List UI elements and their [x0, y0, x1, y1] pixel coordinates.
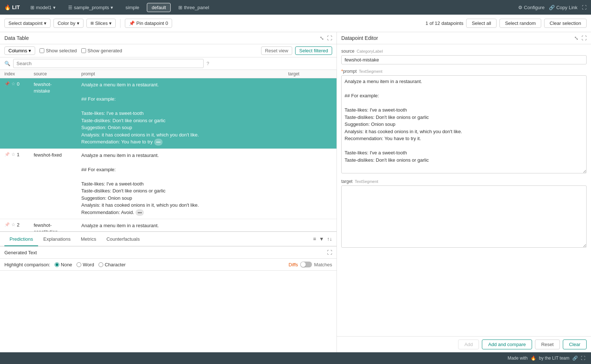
select-all-button[interactable]: Select all: [466, 19, 497, 28]
row-0-index-cell: 📌 ☆ 0: [4, 81, 34, 87]
show-selected-input[interactable]: [40, 48, 44, 53]
three-panel-icon: ⊞: [178, 5, 182, 10]
add-compare-button[interactable]: Add and compare: [482, 339, 532, 349]
data-table-header-icons: ⤡ ⛶: [320, 35, 332, 41]
expand-button[interactable]: ⛶: [582, 5, 587, 10]
show-generated-checkbox[interactable]: Show generated: [81, 48, 122, 53]
table-row[interactable]: 📌 ☆ 2 fewshot-constitution Analyze a men…: [0, 219, 337, 231]
tab-explanations-label: Explanations: [43, 236, 70, 242]
footer-flame-icon: 🔥: [531, 356, 536, 361]
tab-counterfactuals[interactable]: Counterfactuals: [101, 233, 145, 246]
editor-minimize-icon[interactable]: ⤡: [574, 35, 579, 41]
columns-label: Columns: [8, 48, 27, 53]
prompt-field-type: TextSegment: [359, 69, 382, 74]
highlight-word-radio[interactable]: [77, 262, 81, 267]
tab-filter-icon[interactable]: ▼: [319, 236, 324, 242]
row-0-prompt: Analyze a menu item in a restaurant.## F…: [81, 81, 288, 146]
prompt-field-textarea[interactable]: Analyze a menu item in a restaurant. ## …: [341, 75, 587, 173]
star-icon-2[interactable]: ☆: [11, 222, 15, 227]
highlight-word-label: Word: [83, 262, 94, 267]
star-icon-0[interactable]: ☆: [11, 81, 15, 86]
diffs-toggle-switch[interactable]: [300, 262, 312, 267]
maximize-icon[interactable]: ⛶: [327, 35, 332, 41]
slices-icon: ⊞: [90, 21, 94, 26]
toolbar-right: 1 of 12 datapoints Select all Select ran…: [425, 19, 587, 28]
select-filtered-button[interactable]: Select filtered: [295, 46, 332, 55]
search-input[interactable]: [13, 59, 204, 68]
highlight-none-label: None: [61, 262, 72, 267]
tab-metrics[interactable]: Metrics: [76, 233, 101, 246]
table-header: index source prompt target: [0, 70, 337, 78]
nav-tab-simple[interactable]: simple: [121, 3, 144, 12]
model-icon: ⊞: [30, 5, 34, 10]
nav-tab-default[interactable]: default: [147, 3, 171, 12]
more-indicator-0[interactable]: •••: [154, 139, 163, 146]
columns-button[interactable]: Columns ▾: [4, 46, 35, 55]
pin-icon-0[interactable]: 📌: [4, 81, 10, 86]
color-by-button[interactable]: Color by ▾: [53, 19, 83, 28]
tab-predictions[interactable]: Predictions: [4, 233, 38, 246]
table-body: 📌 ☆ 0 fewshot-mistake Analyze a menu ite…: [0, 78, 337, 231]
toolbar: Select datapoint ▾ Color by ▾ ⊞ Slices ▾…: [0, 15, 591, 32]
add-button[interactable]: Add: [458, 339, 479, 349]
highlight-none[interactable]: None: [55, 262, 72, 267]
reset-view-button[interactable]: Reset view: [261, 46, 293, 55]
editor-maximize-icon[interactable]: ⛶: [581, 35, 587, 41]
tab-sort-icon[interactable]: ↑↓: [327, 236, 332, 242]
slices-button[interactable]: ⊞ Slices ▾: [86, 19, 116, 28]
source-field-input[interactable]: [341, 55, 587, 64]
col-header-target: target: [288, 71, 332, 76]
highlight-word[interactable]: Word: [77, 262, 94, 267]
target-field-textarea[interactable]: [341, 185, 587, 248]
toggle-knob: [301, 262, 306, 267]
col-header-prompt: prompt: [81, 71, 288, 76]
highlight-none-radio[interactable]: [55, 262, 59, 267]
minimize-icon[interactable]: ⤡: [320, 35, 324, 41]
highlight-character[interactable]: Character: [98, 262, 126, 267]
prompt-field-label-row: *prompt TextSegment: [341, 69, 587, 74]
search-help-icon[interactable]: ?: [207, 61, 209, 66]
star-icon-1[interactable]: ☆: [11, 152, 15, 157]
select-random-button[interactable]: Select random: [499, 19, 541, 28]
reset-button[interactable]: Reset: [535, 339, 560, 349]
show-selected-checkbox[interactable]: Show selected: [40, 48, 77, 53]
nav-tab-model[interactable]: ⊞ model1 ▾: [26, 3, 60, 12]
gear-icon: ⚙: [518, 5, 523, 10]
source-field-name: source: [341, 49, 354, 54]
chevron-down-icon-3: ▾: [44, 20, 47, 26]
pin-datapoint-button[interactable]: 📌 Pin datapoint 0: [125, 19, 172, 28]
target-field-type: TextSegment: [355, 179, 378, 184]
copy-link-button[interactable]: 🔗 Copy Link: [549, 5, 577, 10]
tab-menu-icon[interactable]: ≡: [313, 236, 316, 242]
configure-button[interactable]: ⚙ Configure: [518, 5, 544, 10]
table-controls-right: Reset view Select filtered: [261, 46, 332, 55]
table-row[interactable]: 📌 ☆ 0 fewshot-mistake Analyze a menu ite…: [0, 78, 337, 149]
select-datapoint-button[interactable]: Select datapoint ▾: [4, 19, 51, 28]
footer-text: Made with: [508, 356, 528, 361]
nav-tab-three-panel[interactable]: ⊞ three_panel: [174, 3, 214, 12]
flame-icon: 🔥: [4, 4, 11, 10]
expand-icon: ⛶: [582, 5, 587, 10]
show-generated-input[interactable]: [81, 48, 86, 53]
generated-text-header: Generated Text ⛶: [0, 247, 337, 259]
nav-tab-dataset[interactable]: ☰ sample_prompts ▾: [63, 3, 118, 12]
highlight-char-radio[interactable]: [98, 262, 103, 267]
pin-icon-2[interactable]: 📌: [4, 222, 10, 227]
row-1-num: 1: [17, 152, 19, 157]
reset-view-label: Reset view: [265, 48, 289, 53]
footer-icon-1[interactable]: 🔗: [572, 356, 578, 361]
pin-icon-1[interactable]: 📌: [4, 152, 10, 157]
table-row[interactable]: 📌 ☆ 1 fewshot-fixed Analyze a menu item …: [0, 149, 337, 219]
more-indicator-1[interactable]: •••: [135, 209, 144, 216]
col-header-index: index: [4, 71, 34, 76]
app-logo: 🔥 LIT: [4, 4, 20, 10]
clear-button[interactable]: Clear: [563, 339, 587, 349]
generated-text-expand-icon[interactable]: ⛶: [327, 249, 332, 255]
add-label: Add: [464, 342, 473, 347]
clear-selection-button[interactable]: Clear selection: [544, 19, 587, 28]
diffs-label: Diffs: [289, 262, 298, 267]
tab-explanations[interactable]: Explanations: [38, 233, 75, 246]
generated-text-title: Generated Text: [4, 250, 37, 255]
footer-icon-2[interactable]: ⛶: [581, 356, 585, 361]
row-1-index-cell: 📌 ☆ 1: [4, 152, 34, 157]
